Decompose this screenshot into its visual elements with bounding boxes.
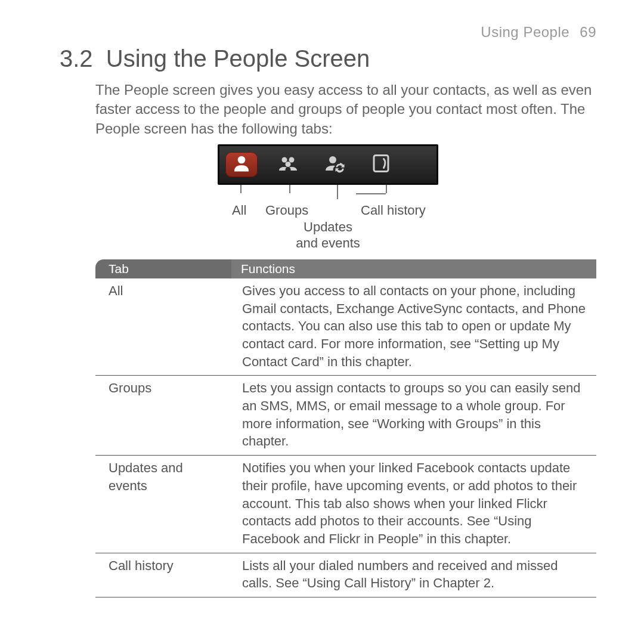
callout-groups: Groups [265,203,308,218]
page-header: Using People 69 [60,24,596,41]
section-heading: Using the People Screen [106,45,370,72]
table-head-tab: Tab [95,259,231,278]
table-cell-tab: Updates and events [95,456,231,553]
person-refresh-icon [324,153,345,177]
section-title: 3.2 Using the People Screen [60,45,596,72]
group-icon [277,153,299,177]
tabbar [218,144,438,185]
table-cell-tab: All [95,278,231,376]
table-cell-tab: Call history [95,553,231,597]
table-row: Call history Lists all your dialed numbe… [95,553,596,597]
tab-all[interactable] [225,152,258,177]
tab-groups[interactable] [272,152,304,177]
svg-point-3 [286,162,291,167]
table-cell-tab: Groups [95,376,231,456]
callout-updates: Updates and events [218,219,438,251]
table-cell-func: Lists all your dialed numbers and receiv… [231,553,596,597]
svg-point-0 [238,156,246,164]
table-head-func: Functions [231,259,596,278]
table-row: All Gives you access to all contacts on … [95,278,596,376]
tabbar-figure: All Groups Call history Updates and even… [218,144,438,251]
section-number: 3.2 [60,45,93,72]
functions-table: Tab Functions All Gives you access to al… [95,259,596,597]
tab-call-history[interactable] [365,152,397,177]
table-cell-func: Lets you assign contacts to groups so yo… [231,376,596,456]
intro-paragraph: The People screen gives you easy access … [95,80,596,138]
callout-all: All [232,203,246,218]
svg-point-2 [289,157,295,163]
svg-point-1 [282,157,287,163]
callout-leaders [218,185,438,203]
tab-updates-events[interactable] [318,152,351,177]
person-icon [231,153,252,177]
table-cell-func: Notifies you when your linked Facebook c… [231,456,596,553]
callout-callhistory: Call history [361,203,426,218]
callout-labels: All Groups Call history [218,203,438,221]
callout-updates-line1: Updates [218,219,438,235]
page-number: 69 [580,24,596,40]
chapter-name: Using People [481,24,569,40]
table-cell-func: Gives you access to all contacts on your… [231,278,596,376]
callout-updates-line2: and events [218,236,438,251]
svg-point-4 [329,156,336,163]
table-row: Groups Lets you assign contacts to group… [95,376,596,456]
svg-rect-5 [374,156,388,172]
table-row: Updates and events Notifies you when you… [95,456,596,553]
call-history-icon [370,153,392,177]
